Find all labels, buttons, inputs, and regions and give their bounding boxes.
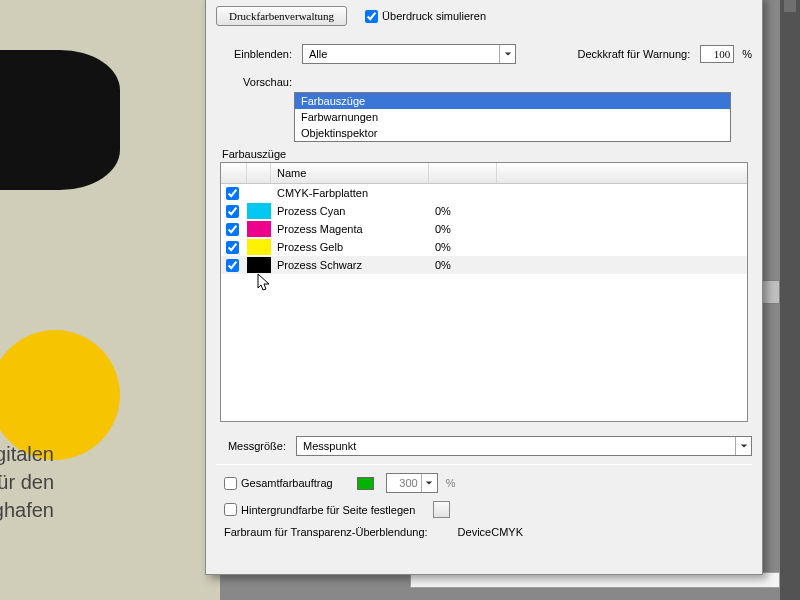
separation-coverage: 0% [429, 223, 497, 235]
col-swatch[interactable] [247, 163, 271, 183]
scrollbar-right[interactable] [760, 280, 780, 304]
separation-color-swatch [247, 203, 271, 219]
panel-menu-icon[interactable] [784, 0, 796, 12]
separation-visibility-checkbox[interactable] [226, 259, 239, 272]
separation-coverage: 0% [429, 241, 497, 253]
separation-coverage: 0% [429, 205, 497, 217]
mouse-cursor-icon [257, 273, 271, 293]
separation-color-swatch [247, 221, 271, 237]
col-rest[interactable] [497, 163, 747, 183]
doc-text: s digitalen für den ter Flughafen [0, 440, 54, 524]
show-combo-value: Alle [309, 48, 499, 60]
separation-name: Prozess Cyan [271, 205, 429, 217]
table-row[interactable]: Prozess Schwarz0% [221, 256, 747, 274]
tac-value: 300 [393, 477, 421, 489]
separation-visibility-checkbox[interactable] [226, 241, 239, 254]
show-label: Einblenden: [216, 48, 292, 60]
separations-group-title: Farbauszüge [222, 148, 762, 160]
chevron-down-icon [499, 45, 515, 63]
table-row[interactable]: Prozess Cyan0% [221, 202, 747, 220]
blend-space-value: DeviceCMYK [458, 526, 523, 538]
app-right-panel [780, 0, 800, 600]
table-row[interactable]: Prozess Gelb0% [221, 238, 747, 256]
separation-color-swatch [247, 257, 271, 273]
sample-size-label: Messgröße: [216, 440, 286, 452]
separation-visibility-checkbox[interactable] [226, 187, 239, 200]
table-row[interactable]: Prozess Magenta0% [221, 220, 747, 238]
simulate-overprint-label: Überdruck simulieren [382, 10, 486, 22]
col-check[interactable] [221, 163, 247, 183]
blend-space-label: Farbraum für Transparenz-Überblendung: [224, 526, 428, 538]
separation-name: Prozess Gelb [271, 241, 429, 253]
separation-name: Prozess Schwarz [271, 259, 429, 271]
chevron-down-icon [735, 437, 751, 455]
show-combo[interactable]: Alle [302, 44, 516, 64]
table-row[interactable]: CMYK-Farbplatten [221, 184, 747, 202]
ink-manager-button[interactable]: Druckfarbenverwaltung [216, 6, 347, 26]
separation-visibility-checkbox[interactable] [226, 223, 239, 236]
dark-shape [0, 50, 120, 190]
document-background: s s digitalen für den ter Flughafen [0, 0, 220, 600]
preview-option[interactable]: Farbwarnungen [295, 109, 730, 125]
opacity-input[interactable] [700, 45, 734, 63]
separation-color-swatch [247, 185, 271, 201]
page-bg-swatch-button[interactable] [433, 501, 450, 518]
col-pct[interactable] [429, 163, 497, 183]
opacity-pct: % [742, 48, 752, 60]
preview-option[interactable]: Farbauszüge [295, 93, 730, 109]
page-bg-checkbox[interactable] [224, 503, 237, 516]
tac-value-combo[interactable]: 300 [386, 473, 438, 493]
page-bg-label: Hintergrundfarbe für Seite festlegen [241, 504, 415, 516]
separation-color-swatch [247, 239, 271, 255]
opacity-label: Deckkraft für Warnung: [578, 48, 691, 60]
preview-listbox[interactable]: FarbauszügeFarbwarnungenObjektinspektor [294, 92, 731, 142]
separation-coverage: 0% [429, 259, 497, 271]
tac-color-swatch[interactable] [357, 477, 374, 490]
separation-visibility-checkbox[interactable] [226, 205, 239, 218]
tac-pct: % [446, 477, 456, 489]
total-area-coverage-checkbox[interactable] [224, 477, 237, 490]
separation-name: CMYK-Farbplatten [271, 187, 429, 199]
sample-size-combo[interactable]: Messpunkt [296, 436, 752, 456]
preview-option[interactable]: Objektinspektor [295, 125, 730, 141]
simulate-overprint-checkbox[interactable] [365, 10, 378, 23]
output-preview-panel: Druckfarbenverwaltung Überdruck simulier… [205, 0, 763, 575]
separation-name: Prozess Magenta [271, 223, 429, 235]
sample-size-value: Messpunkt [303, 440, 735, 452]
col-name[interactable]: Name [271, 163, 429, 183]
total-area-coverage-label: Gesamtfarbauftrag [241, 477, 333, 489]
preview-label: Vorschau: [216, 76, 292, 88]
chevron-down-icon [421, 474, 437, 492]
separations-table: Name CMYK-FarbplattenProzess Cyan0%Proze… [220, 162, 748, 422]
